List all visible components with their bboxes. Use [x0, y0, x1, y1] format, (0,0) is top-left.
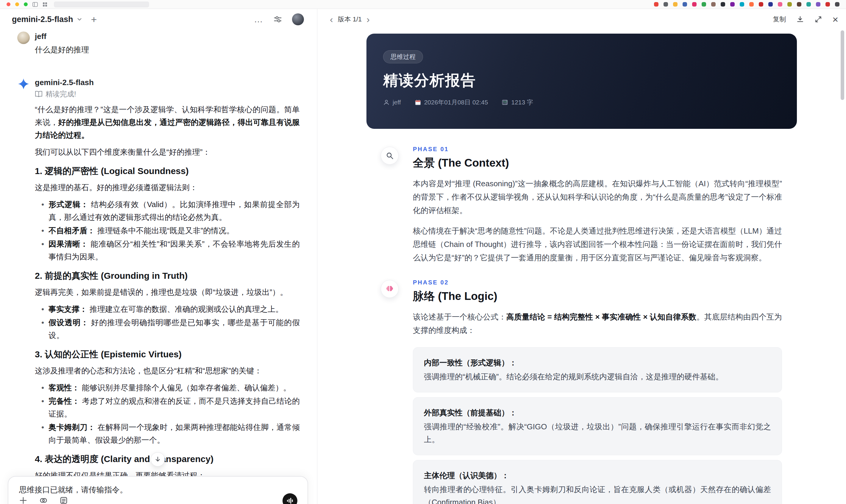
phase-section-2: PHASE 02 脉络 (The Logic) 该论述基于一个核心公式：高质量结… [367, 279, 797, 504]
version-label: 版本 1/1 [338, 15, 362, 24]
notes-button[interactable] [58, 495, 69, 504]
extension-icon[interactable] [778, 2, 782, 6]
phase-paragraph: 本内容是对“推理 (Reasoning)”这一抽象概念的高层建模。在知识爆炸与人… [413, 177, 782, 217]
extension-icon[interactable] [692, 2, 697, 6]
report-hero: 思维过程 精读分析报告 jeff 2026年01月08日 02:45 1213 … [367, 34, 797, 129]
list-item: 形式逻辑：结构必须有效（Valid）。比如演绎推理中，如果前提全部为真，那么通过… [35, 198, 300, 224]
plugin-knot-icon [39, 496, 48, 504]
gemini-logo-icon [17, 78, 30, 90]
extension-icon[interactable] [673, 2, 677, 6]
meta-author: jeff [383, 99, 401, 106]
more-options-button[interactable]: … [254, 15, 263, 24]
section-intro: 这涉及推理者的心态和方法论，也是区分“杠精”和“思想家”的关键： [35, 364, 300, 377]
list-item: 因果清晰：能准确区分“相关性”和“因果关系”，不会轻率地将先后发生的事情归为因果… [35, 238, 300, 263]
zoom-window-button[interactable] [24, 2, 28, 6]
extension-icon[interactable] [683, 2, 687, 6]
fullscreen-button[interactable] [814, 16, 822, 23]
screen: { "topbar": { "extensions": ["#e8453c","… [0, 0, 846, 504]
list-item: 事实支撑：推理建立在可靠的数据、准确的观测或公认的真理之上。 [35, 303, 300, 316]
composer: 思维接口已就绪，请传输指令。 [8, 476, 308, 504]
list-item: 假设透明：好的推理会明确指明哪些是已知事实，哪些是基于可能的假设。 [35, 316, 300, 342]
artifact-actions: 复制 × [773, 14, 838, 24]
extension-icon[interactable] [797, 2, 801, 6]
report-title: 精读分析报告 [383, 71, 780, 90]
section-intro: 这是推理的基石。好的推理必须遵循逻辑法则： [35, 181, 300, 194]
sidebar-toggle-icon[interactable] [32, 2, 38, 7]
report-badge: 思维过程 [383, 50, 423, 64]
extension-icon[interactable] [711, 2, 716, 6]
extension-icon[interactable] [702, 2, 706, 6]
scrollbar-thumb[interactable] [841, 30, 844, 100]
settings-sliders-button[interactable] [272, 14, 283, 25]
search-icon [381, 147, 399, 164]
chat-panel: gemini-2.5-flash + … jeff 什么是好的推理 gemin [0, 9, 317, 504]
extension-icon[interactable] [654, 2, 658, 6]
dimension-card: 内部一致性（形式逻辑）： 强调推理的“机械正确”。结论必须在给定的规则系统内逻辑… [413, 347, 782, 392]
tab-overview-icon[interactable] [42, 2, 47, 7]
list-item: 客观性：能够识别并尽量排除个人偏见（如幸存者偏差、确认偏差）。 [35, 381, 300, 394]
new-topic-button[interactable]: + [91, 14, 97, 24]
expand-icon [814, 16, 822, 23]
report-document: 思维过程 精读分析报告 jeff 2026年01月08日 02:45 1213 … [317, 30, 846, 504]
calendar-icon [415, 99, 421, 106]
minimize-window-button[interactable] [15, 2, 19, 6]
chat-messages[interactable]: jeff 什么是好的推理 gemini-2.5-flash 精读完成! “什么是… [0, 30, 317, 504]
sliders-icon [273, 15, 282, 24]
list-item: 完备性：考虑了对立的观点和潜在的反证，而不是只选择支持自己结论的证据。 [35, 395, 300, 420]
extension-icon[interactable] [835, 2, 840, 6]
extension-icon[interactable] [721, 2, 725, 6]
composer-input[interactable]: 思维接口已就绪，请传输指令。 [19, 484, 297, 495]
extension-icon[interactable] [806, 2, 811, 6]
waveform-icon [286, 497, 294, 504]
report-meta: jeff 2026年01月08日 02:45 1213 字 [383, 98, 780, 107]
section-heading: 1. 逻辑的严密性 (Logical Soundness) [35, 165, 300, 177]
message-sender: jeff [35, 32, 300, 41]
plus-icon [19, 496, 28, 504]
section-heading: 4. 表达的透明度 (Clarity and Transparency) [35, 453, 300, 465]
extension-icon[interactable] [787, 2, 792, 6]
extension-icon[interactable] [664, 2, 668, 6]
chat-header-actions: … [254, 13, 304, 25]
extension-icon[interactable] [816, 2, 821, 6]
message-text: 什么是好的推理 [35, 43, 300, 56]
close-button[interactable]: × [832, 14, 838, 24]
user-message: jeff 什么是好的推理 [17, 32, 300, 56]
version-prev-button[interactable]: ‹ [330, 15, 333, 24]
copy-button[interactable]: 复制 [773, 15, 786, 24]
dimension-card: 外部真实性（前提基础）： 强调推理的“经验校准”。解决“GIGO（垃圾进，垃圾出… [413, 397, 782, 455]
list-item: 奥卡姆剃刀：在解释同一个现象时，如果两种推理都能站得住脚，通常倾向于最简单、假设… [35, 421, 300, 447]
phase-title: 脉络 (The Logic) [413, 289, 782, 303]
dimension-cards: 内部一致性（形式逻辑）： 强调推理的“机械正确”。结论必须在给定的规则系统内逻辑… [413, 347, 782, 504]
conversation-title[interactable]: gemini-2.5-flash [12, 15, 83, 24]
phase-section-1: PHASE 01 全景 (The Context) 本内容是对“推理 (Reas… [367, 145, 797, 265]
core-formula: 该论述基于一个核心公式：高质量结论 = 结构完整性 × 事实准确性 × 认知自律… [413, 310, 782, 337]
artifact-toolbar: ‹ 版本 1/1 › 复制 × [317, 9, 846, 30]
close-window-button[interactable] [6, 2, 11, 6]
extension-icon[interactable] [768, 2, 773, 6]
browser-topbar [0, 0, 846, 9]
extension-icon[interactable] [826, 2, 830, 6]
attach-plus-button[interactable] [18, 495, 29, 504]
notebook-icon [59, 496, 68, 504]
section-heading: 3. 认知的公正性 (Epistemic Virtues) [35, 348, 300, 360]
abacus-icon [501, 99, 508, 106]
message-sender: gemini-2.5-flash [35, 78, 300, 87]
assistant-markdown: “什么是好的推理？”这是一个涉及逻辑学、认知科学和哲学核心的问题。简单来说，好的… [35, 103, 300, 504]
plugins-button[interactable] [38, 495, 49, 504]
version-switcher: ‹ 版本 1/1 › [330, 15, 370, 24]
paragraph: “什么是好的推理？”这是一个涉及逻辑学、认知科学和哲学核心的问题。简单来说，好的… [35, 103, 300, 142]
download-button[interactable] [796, 15, 804, 23]
scroll-to-bottom-button[interactable] [151, 452, 165, 467]
extension-icon[interactable] [749, 2, 754, 6]
browser-tab[interactable] [54, 1, 149, 7]
bullet-list: 形式逻辑：结构必须有效（Valid）。比如演绎推理中，如果前提全部为真，那么通过… [35, 198, 300, 263]
user-avatar[interactable] [292, 13, 304, 25]
extension-icon[interactable] [759, 2, 763, 6]
meta-word-count: 1213 字 [501, 98, 533, 107]
version-next-button[interactable]: › [367, 15, 370, 24]
bullet-list: 事实支撑：推理建立在可靠的数据、准确的观测或公认的真理之上。 假设透明：好的推理… [35, 303, 300, 342]
extension-icon[interactable] [740, 2, 744, 6]
avatar [17, 32, 30, 44]
extension-icons [654, 2, 840, 6]
extension-icon[interactable] [730, 2, 735, 6]
